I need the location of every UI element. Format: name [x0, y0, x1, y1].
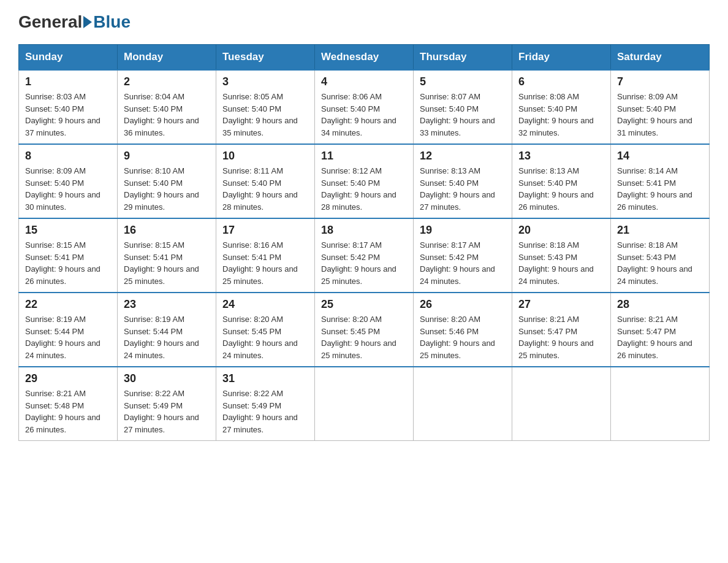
calendar-cell: 26 Sunrise: 8:20 AMSunset: 5:46 PMDaylig… [414, 293, 512, 367]
calendar-week-row: 15 Sunrise: 8:15 AMSunset: 5:41 PMDaylig… [19, 218, 710, 293]
day-number: 4 [321, 75, 407, 88]
day-info: Sunrise: 8:11 AMSunset: 5:40 PMDaylight:… [222, 165, 308, 213]
logo-general-text: General [18, 12, 82, 32]
day-info: Sunrise: 8:04 AMSunset: 5:40 PMDaylight:… [124, 91, 210, 139]
day-number: 30 [124, 372, 210, 385]
weekday-header-wednesday: Wednesday [315, 45, 414, 71]
calendar-cell: 7 Sunrise: 8:09 AMSunset: 5:40 PMDayligh… [611, 70, 710, 144]
day-number: 19 [420, 224, 506, 237]
calendar-cell: 4 Sunrise: 8:06 AMSunset: 5:40 PMDayligh… [315, 70, 414, 144]
calendar-cell: 22 Sunrise: 8:19 AMSunset: 5:44 PMDaylig… [19, 293, 118, 367]
calendar-cell: 23 Sunrise: 8:19 AMSunset: 5:44 PMDaylig… [118, 293, 216, 367]
day-number: 27 [518, 298, 604, 311]
calendar-week-row: 8 Sunrise: 8:09 AMSunset: 5:40 PMDayligh… [19, 144, 710, 218]
calendar-cell: 21 Sunrise: 8:18 AMSunset: 5:43 PMDaylig… [611, 218, 710, 293]
day-info: Sunrise: 8:09 AMSunset: 5:40 PMDaylight:… [25, 165, 111, 213]
day-number: 9 [124, 150, 210, 163]
day-info: Sunrise: 8:10 AMSunset: 5:40 PMDaylight:… [124, 165, 210, 213]
day-info: Sunrise: 8:14 AMSunset: 5:41 PMDaylight:… [617, 165, 703, 213]
day-info: Sunrise: 8:15 AMSunset: 5:41 PMDaylight:… [25, 239, 111, 287]
weekday-header-sunday: Sunday [19, 45, 118, 71]
day-info: Sunrise: 8:22 AMSunset: 5:49 PMDaylight:… [124, 388, 210, 435]
day-info: Sunrise: 8:03 AMSunset: 5:40 PMDaylight:… [25, 91, 111, 139]
day-number: 6 [518, 75, 604, 88]
calendar-cell: 14 Sunrise: 8:14 AMSunset: 5:41 PMDaylig… [611, 144, 710, 218]
page-header: General Blue [18, 12, 710, 32]
day-number: 7 [617, 75, 703, 88]
calendar-cell: 24 Sunrise: 8:20 AMSunset: 5:45 PMDaylig… [216, 293, 315, 367]
day-number: 15 [25, 224, 111, 237]
day-number: 18 [321, 224, 407, 237]
day-info: Sunrise: 8:17 AMSunset: 5:42 PMDaylight:… [321, 239, 407, 287]
day-info: Sunrise: 8:12 AMSunset: 5:40 PMDaylight:… [321, 165, 407, 213]
day-info: Sunrise: 8:16 AMSunset: 5:41 PMDaylight:… [222, 239, 308, 287]
logo-blue-text: Blue [93, 12, 131, 32]
day-number: 11 [321, 150, 407, 163]
calendar-cell: 9 Sunrise: 8:10 AMSunset: 5:40 PMDayligh… [118, 144, 216, 218]
weekday-header-monday: Monday [118, 45, 216, 71]
day-number: 8 [25, 150, 111, 163]
day-info: Sunrise: 8:20 AMSunset: 5:45 PMDaylight:… [222, 313, 308, 361]
day-info: Sunrise: 8:13 AMSunset: 5:40 PMDaylight:… [420, 165, 506, 213]
day-number: 13 [518, 150, 604, 163]
day-info: Sunrise: 8:05 AMSunset: 5:40 PMDaylight:… [222, 91, 308, 139]
logo-arrow-icon [83, 16, 92, 28]
day-number: 31 [222, 372, 308, 385]
day-number: 28 [617, 298, 703, 311]
day-info: Sunrise: 8:07 AMSunset: 5:40 PMDaylight:… [420, 91, 506, 139]
day-info: Sunrise: 8:13 AMSunset: 5:40 PMDaylight:… [518, 165, 604, 213]
day-number: 12 [420, 150, 506, 163]
weekday-header-saturday: Saturday [611, 45, 710, 71]
day-info: Sunrise: 8:20 AMSunset: 5:46 PMDaylight:… [420, 313, 506, 361]
calendar-cell [512, 367, 611, 441]
day-number: 14 [617, 150, 703, 163]
weekday-header-row: SundayMondayTuesdayWednesdayThursdayFrid… [19, 45, 710, 71]
calendar-cell: 31 Sunrise: 8:22 AMSunset: 5:49 PMDaylig… [216, 367, 315, 441]
day-number: 2 [124, 75, 210, 88]
calendar-table: SundayMondayTuesdayWednesdayThursdayFrid… [18, 44, 710, 441]
calendar-week-row: 29 Sunrise: 8:21 AMSunset: 5:48 PMDaylig… [19, 367, 710, 441]
calendar-cell: 28 Sunrise: 8:21 AMSunset: 5:47 PMDaylig… [611, 293, 710, 367]
day-info: Sunrise: 8:21 AMSunset: 5:47 PMDaylight:… [518, 313, 604, 361]
day-info: Sunrise: 8:20 AMSunset: 5:45 PMDaylight:… [321, 313, 407, 361]
day-number: 20 [518, 224, 604, 237]
calendar-cell: 3 Sunrise: 8:05 AMSunset: 5:40 PMDayligh… [216, 70, 315, 144]
day-number: 17 [222, 224, 308, 237]
calendar-cell: 5 Sunrise: 8:07 AMSunset: 5:40 PMDayligh… [414, 70, 512, 144]
calendar-cell: 2 Sunrise: 8:04 AMSunset: 5:40 PMDayligh… [118, 70, 216, 144]
day-info: Sunrise: 8:15 AMSunset: 5:41 PMDaylight:… [124, 239, 210, 287]
day-number: 1 [25, 75, 111, 88]
day-info: Sunrise: 8:09 AMSunset: 5:40 PMDaylight:… [617, 91, 703, 139]
calendar-cell [315, 367, 414, 441]
calendar-week-row: 22 Sunrise: 8:19 AMSunset: 5:44 PMDaylig… [19, 293, 710, 367]
day-number: 25 [321, 298, 407, 311]
calendar-cell: 8 Sunrise: 8:09 AMSunset: 5:40 PMDayligh… [19, 144, 118, 218]
calendar-cell: 30 Sunrise: 8:22 AMSunset: 5:49 PMDaylig… [118, 367, 216, 441]
day-info: Sunrise: 8:22 AMSunset: 5:49 PMDaylight:… [222, 388, 308, 435]
day-info: Sunrise: 8:21 AMSunset: 5:48 PMDaylight:… [25, 388, 111, 435]
day-info: Sunrise: 8:18 AMSunset: 5:43 PMDaylight:… [518, 239, 604, 287]
calendar-cell: 15 Sunrise: 8:15 AMSunset: 5:41 PMDaylig… [19, 218, 118, 293]
day-number: 29 [25, 372, 111, 385]
calendar-cell: 29 Sunrise: 8:21 AMSunset: 5:48 PMDaylig… [19, 367, 118, 441]
calendar-cell: 1 Sunrise: 8:03 AMSunset: 5:40 PMDayligh… [19, 70, 118, 144]
weekday-header-thursday: Thursday [414, 45, 512, 71]
day-number: 24 [222, 298, 308, 311]
calendar-cell: 17 Sunrise: 8:16 AMSunset: 5:41 PMDaylig… [216, 218, 315, 293]
calendar-cell: 11 Sunrise: 8:12 AMSunset: 5:40 PMDaylig… [315, 144, 414, 218]
day-number: 22 [25, 298, 111, 311]
day-info: Sunrise: 8:06 AMSunset: 5:40 PMDaylight:… [321, 91, 407, 139]
calendar-cell: 12 Sunrise: 8:13 AMSunset: 5:40 PMDaylig… [414, 144, 512, 218]
calendar-cell: 20 Sunrise: 8:18 AMSunset: 5:43 PMDaylig… [512, 218, 611, 293]
day-number: 10 [222, 150, 308, 163]
day-info: Sunrise: 8:19 AMSunset: 5:44 PMDaylight:… [25, 313, 111, 361]
calendar-cell [611, 367, 710, 441]
day-info: Sunrise: 8:21 AMSunset: 5:47 PMDaylight:… [617, 313, 703, 361]
calendar-cell: 6 Sunrise: 8:08 AMSunset: 5:40 PMDayligh… [512, 70, 611, 144]
calendar-cell: 10 Sunrise: 8:11 AMSunset: 5:40 PMDaylig… [216, 144, 315, 218]
day-info: Sunrise: 8:19 AMSunset: 5:44 PMDaylight:… [124, 313, 210, 361]
calendar-cell: 27 Sunrise: 8:21 AMSunset: 5:47 PMDaylig… [512, 293, 611, 367]
calendar-cell: 18 Sunrise: 8:17 AMSunset: 5:42 PMDaylig… [315, 218, 414, 293]
day-info: Sunrise: 8:17 AMSunset: 5:42 PMDaylight:… [420, 239, 506, 287]
day-number: 16 [124, 224, 210, 237]
